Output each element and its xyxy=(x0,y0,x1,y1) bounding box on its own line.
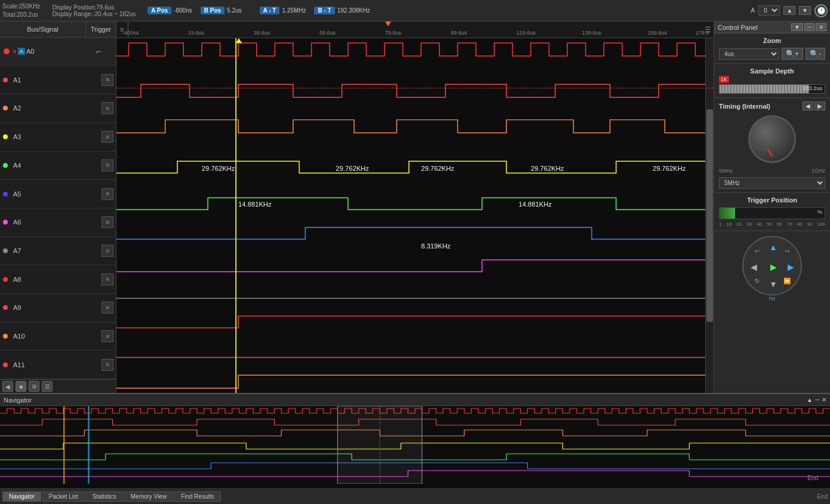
timing-knob[interactable] xyxy=(748,115,796,163)
svg-text:29.762KHz: 29.762KHz xyxy=(202,165,235,172)
signal-row-a8[interactable]: A8 ✕ xyxy=(0,265,116,294)
svg-text:14.881KHz: 14.881KHz xyxy=(238,201,272,208)
trigger-num-10: 10 xyxy=(726,222,731,227)
a4-hide-button[interactable]: ✕ xyxy=(102,159,113,171)
cp-close-button[interactable]: ✕ xyxy=(816,23,826,31)
b-pos-val: 5.2us xyxy=(227,7,241,14)
signal-row-a6[interactable]: A6 ✕ xyxy=(0,208,116,237)
signal-bottom-icon2[interactable]: ■ xyxy=(16,381,26,392)
signal-row-a9[interactable]: A9 ✕ xyxy=(0,294,116,322)
dpad-topleft-button[interactable]: ↩ xyxy=(748,242,766,260)
dpad-botleft-button[interactable]: ↻ xyxy=(748,272,766,290)
a3-name: A3 xyxy=(13,133,99,140)
nav-close-button[interactable]: ✕ xyxy=(822,397,826,403)
trigger-num-1: 1 xyxy=(719,222,721,227)
zoom-select[interactable]: 4us2us8us16us xyxy=(719,48,779,60)
tab-statistics[interactable]: Statistics xyxy=(86,491,123,502)
svg-text:8.319KHz: 8.319KHz xyxy=(421,243,451,250)
a7-hide-button[interactable]: ✕ xyxy=(102,245,113,257)
signal-row-a4[interactable]: A4 ✕ xyxy=(0,152,116,180)
a9-hide-button[interactable]: ✕ xyxy=(102,302,113,314)
trigger-num-100: 100 xyxy=(817,222,825,227)
zoom-in-button[interactable]: 🔍+ xyxy=(782,48,803,60)
dpad-container: ▲ ▼ ◀ ▶ ▶ ↩ ↪ ↻ ⏩ Hz xyxy=(714,231,830,309)
trigger-pos-bar[interactable]: % xyxy=(719,207,825,219)
waveform-vscroll[interactable] xyxy=(705,38,714,393)
dpad-topright-button[interactable]: ↪ xyxy=(778,242,796,260)
signal-row-a0[interactable]: ✕ A A0 ⌐ xyxy=(0,38,116,66)
timing-header: Timing (Internal) ◀ ▶ xyxy=(719,102,825,110)
top-right: A 01 ▲ ▼ 🕐 xyxy=(751,4,828,17)
sample-depth-1k-label: 1K xyxy=(719,76,729,83)
timing-arrow-right[interactable]: ▶ xyxy=(814,102,825,110)
a1-hide-button[interactable]: ✕ xyxy=(102,74,113,86)
dpad[interactable]: ▲ ▼ ◀ ▶ ▶ ↩ ↪ ↻ ⏩ xyxy=(742,236,802,296)
a11-name: A11 xyxy=(13,361,99,368)
a11-hide-button[interactable]: ✕ xyxy=(102,359,113,371)
freq-select[interactable]: 5MHz10MHz25MHz xyxy=(719,177,825,189)
time-marker-6: 119.6us xyxy=(517,30,536,36)
zoom-out-button[interactable]: 🔍- xyxy=(806,48,825,60)
a6-name: A6 xyxy=(13,219,99,226)
trigger-num-90: 90 xyxy=(807,222,813,227)
hz-label: Hz xyxy=(769,296,776,304)
signal-row-a7[interactable]: A7 ✕ xyxy=(0,237,116,266)
freq-1ghz: 1GHz xyxy=(811,168,825,174)
knob-indicator xyxy=(767,148,773,156)
nav-collapse-button[interactable]: ▲ xyxy=(807,397,813,403)
a8-hide-button[interactable]: ✕ xyxy=(102,273,113,285)
cp-minimize-button[interactable]: ─ xyxy=(804,23,814,31)
waveform-main[interactable]: B -400ns 19.6us 39.6us 59.6us 79.6us 99.… xyxy=(116,21,714,393)
vscroll-thumb[interactable] xyxy=(706,109,713,322)
signal-row-a3[interactable]: A3 ✕ xyxy=(0,123,116,152)
timing-arrows: ◀ ▶ xyxy=(803,102,825,110)
control-panel-title-bar: Control Panel ▼ ─ ✕ xyxy=(714,21,830,33)
waveform-canvas[interactable]: 29.762KHz 29.762KHz 29.762KHz 29.762KHz … xyxy=(116,38,714,393)
svg-point-9 xyxy=(3,305,8,310)
a0-x-mark: ✕ xyxy=(12,48,17,55)
svg-text:14.881KHz: 14.881KHz xyxy=(518,201,552,208)
signal-bottom-bar: ◀ ■ ⚙ ☰ xyxy=(0,379,116,393)
tab-find-results[interactable]: Find Results xyxy=(174,491,221,502)
a3-hide-button[interactable]: ✕ xyxy=(102,131,113,143)
knob-container xyxy=(719,115,825,163)
a10-hide-button[interactable]: ✕ xyxy=(102,330,113,342)
trigger-percent-label: % xyxy=(817,209,822,215)
at-badge: A - T xyxy=(260,7,280,14)
signal-bottom-icon4[interactable]: ☰ xyxy=(42,381,53,392)
time-marker-1: 19.6us xyxy=(188,30,204,36)
svg-text:29.762KHz: 29.762KHz xyxy=(336,165,369,172)
channel-select[interactable]: 01 xyxy=(758,5,780,16)
trigger-label: Trigger xyxy=(91,26,111,33)
trigger-wave-icon: ⌐ xyxy=(96,47,101,56)
sample-depth-fill xyxy=(720,85,809,93)
svg-text:29.762KHz: 29.762KHz xyxy=(421,165,454,172)
cp-pin-button[interactable]: ▼ xyxy=(791,23,803,31)
scroll-up-button[interactable]: ▲ xyxy=(783,6,795,15)
signal-row-a11[interactable]: A11 ✕ xyxy=(0,351,116,379)
cursor-a-line xyxy=(236,38,236,393)
display-pos-label: Display Position:79.6us xyxy=(52,4,136,11)
a5-hide-button[interactable]: ✕ xyxy=(102,188,113,200)
svg-text:29.762KHz: 29.762KHz xyxy=(531,165,564,172)
svg-point-11 xyxy=(3,362,8,367)
signal-row-a10[interactable]: A10 ✕ xyxy=(0,322,116,351)
total-label: Total:203.2us xyxy=(2,11,40,19)
tab-memory-view[interactable]: Memory View xyxy=(124,491,173,502)
nav-content: End xyxy=(0,406,830,484)
signal-bottom-icon1[interactable]: ◀ xyxy=(2,381,13,392)
a2-hide-button[interactable]: ✕ xyxy=(102,102,113,114)
nav-minimize-button[interactable]: ─ xyxy=(815,397,819,403)
tab-packet-list[interactable]: Packet List xyxy=(42,491,85,502)
dpad-botright-button[interactable]: ⏩ xyxy=(778,272,796,290)
signal-bottom-icon3[interactable]: ⚙ xyxy=(29,381,39,392)
zoom-section: Zoom 4us2us8us16us 🔍+ 🔍- xyxy=(714,33,830,64)
scroll-down-button[interactable]: ▼ xyxy=(799,6,811,15)
a6-hide-button[interactable]: ✕ xyxy=(102,216,113,228)
signal-row-a1[interactable]: A1 ✕ xyxy=(0,66,116,94)
navigator-panel: Navigator ▲ ─ ✕ xyxy=(0,393,830,488)
signal-row-a2[interactable]: A2 ✕ xyxy=(0,94,116,123)
tab-navigator[interactable]: Navigator xyxy=(2,491,41,502)
timing-arrow-left[interactable]: ◀ xyxy=(803,102,813,110)
signal-row-a5[interactable]: A5 ✕ xyxy=(0,180,116,208)
